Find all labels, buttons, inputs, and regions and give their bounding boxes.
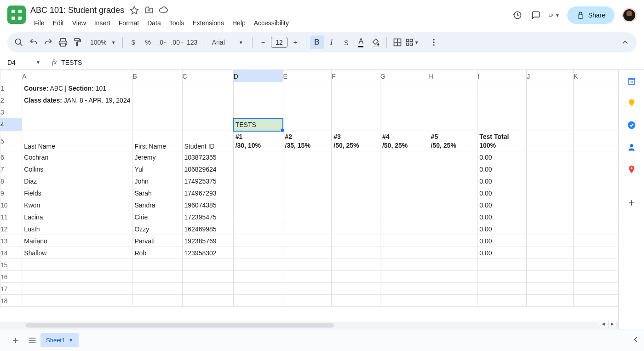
formula-input[interactable]: TESTS: [61, 59, 82, 66]
sheet-tab-sheet1[interactable]: Sheet1▼: [40, 333, 79, 347]
cell-J11[interactable]: [526, 211, 573, 223]
cell-H5[interactable]: #5/50, 25%: [429, 131, 477, 151]
horizontal-scrollbar[interactable]: [0, 322, 618, 329]
cell-F14[interactable]: [332, 247, 380, 259]
cell-A17[interactable]: [22, 283, 132, 295]
undo-icon[interactable]: [27, 35, 40, 49]
star-icon[interactable]: [130, 6, 139, 15]
row-header-3[interactable]: 3: [0, 106, 22, 118]
document-title[interactable]: ABC 101: Student grades: [30, 6, 124, 15]
cell-D7[interactable]: [233, 163, 283, 175]
cell-J8[interactable]: [526, 175, 573, 187]
cell-D17[interactable]: [233, 283, 283, 295]
cell-G8[interactable]: [380, 175, 429, 187]
cell-F4[interactable]: [332, 118, 380, 131]
calendar-app-icon[interactable]: 31: [626, 75, 637, 86]
cell-D9[interactable]: [233, 187, 283, 199]
cell-E6[interactable]: [283, 151, 332, 163]
cell-B18[interactable]: [132, 295, 182, 307]
row-header-18[interactable]: 18: [0, 295, 22, 307]
row-header-10[interactable]: 10: [0, 199, 22, 211]
cell-J10[interactable]: [526, 199, 573, 211]
cell-E15[interactable]: [283, 259, 332, 271]
cell-C1[interactable]: [182, 82, 233, 94]
row-header-13[interactable]: 13: [0, 235, 22, 247]
cell-H11[interactable]: [429, 211, 477, 223]
cell-E2[interactable]: [283, 94, 332, 106]
add-sheet-button[interactable]: [7, 332, 24, 349]
cell-G18[interactable]: [380, 295, 429, 307]
format-currency-icon[interactable]: $: [126, 35, 140, 49]
strikethrough-button[interactable]: S: [339, 35, 353, 49]
cell-A6[interactable]: Cochran: [22, 151, 132, 163]
row-header-15[interactable]: 15: [0, 259, 22, 271]
cell-H17[interactable]: [429, 283, 477, 295]
cell-K15[interactable]: [573, 259, 618, 271]
spreadsheet-grid[interactable]: ABCDEFGHIJK1Course: ABC | Section: 1012C…: [0, 70, 618, 329]
cell-K1[interactable]: [573, 82, 618, 94]
cell-I13[interactable]: 0.00: [477, 235, 527, 247]
zoom-select[interactable]: 100%▼: [86, 35, 119, 49]
text-color-button[interactable]: A: [354, 35, 368, 49]
cell-J13[interactable]: [526, 235, 573, 247]
cell-E9[interactable]: [283, 187, 332, 199]
cell-C2[interactable]: [182, 94, 233, 106]
name-box[interactable]: D4▼: [4, 59, 44, 66]
cell-F12[interactable]: [332, 223, 380, 235]
cell-K4[interactable]: [573, 118, 618, 131]
cell-C4[interactable]: [182, 118, 233, 131]
cell-D2[interactable]: [233, 94, 283, 106]
col-header-B[interactable]: B: [132, 70, 182, 82]
cell-E4[interactable]: [283, 118, 332, 131]
cell-A2[interactable]: Class dates: JAN. 8 - APR. 19, 2024: [22, 94, 132, 106]
cell-C18[interactable]: [182, 295, 233, 307]
row-header-7[interactable]: 7: [0, 163, 22, 175]
cell-E10[interactable]: [283, 199, 332, 211]
cell-D11[interactable]: [233, 211, 283, 223]
collapse-toolbar-icon[interactable]: [618, 35, 632, 49]
cell-D16[interactable]: [233, 271, 283, 283]
cell-J9[interactable]: [526, 187, 573, 199]
cell-G14[interactable]: [380, 247, 429, 259]
cell-G9[interactable]: [380, 187, 429, 199]
row-header-4[interactable]: 4: [0, 118, 22, 131]
cell-H9[interactable]: [429, 187, 477, 199]
cell-F9[interactable]: [332, 187, 380, 199]
decrease-decimal-icon[interactable]: .0←: [156, 35, 170, 49]
cell-K14[interactable]: [573, 247, 618, 259]
menu-file[interactable]: File: [30, 17, 48, 29]
account-avatar[interactable]: [622, 8, 637, 23]
cell-F7[interactable]: [332, 163, 380, 175]
cell-F3[interactable]: [332, 106, 380, 118]
cell-A12[interactable]: Lusth: [22, 223, 132, 235]
cell-E12[interactable]: [283, 223, 332, 235]
cell-J2[interactable]: [526, 94, 573, 106]
col-header-J[interactable]: J: [526, 70, 573, 82]
cell-D15[interactable]: [233, 259, 283, 271]
cell-I1[interactable]: [477, 82, 527, 94]
cell-D5[interactable]: #1/30, 10%: [233, 131, 283, 151]
cell-C13[interactable]: 192385769: [182, 235, 233, 247]
tasks-app-icon[interactable]: [626, 120, 637, 131]
cell-K7[interactable]: [573, 163, 618, 175]
font-family-select[interactable]: Arial▼: [207, 35, 248, 49]
cell-B15[interactable]: [132, 259, 182, 271]
increase-decimal-icon[interactable]: .00→: [171, 35, 184, 49]
menu-edit[interactable]: Edit: [49, 17, 68, 29]
cell-G16[interactable]: [380, 271, 429, 283]
cell-F11[interactable]: [332, 211, 380, 223]
cell-B4[interactable]: [132, 118, 182, 131]
all-sheets-button[interactable]: [24, 332, 40, 349]
cell-E11[interactable]: [283, 211, 332, 223]
cell-A7[interactable]: Collins: [22, 163, 132, 175]
cell-G3[interactable]: [380, 106, 429, 118]
cell-J16[interactable]: [526, 271, 573, 283]
row-header-1[interactable]: 1: [0, 82, 22, 94]
font-size-input[interactable]: 12: [271, 37, 288, 48]
cell-F2[interactable]: [332, 94, 380, 106]
row-header-5[interactable]: 5: [0, 131, 22, 151]
format-percent-icon[interactable]: %: [141, 35, 155, 49]
row-header-14[interactable]: 14: [0, 247, 22, 259]
cell-H1[interactable]: [429, 82, 477, 94]
borders-button[interactable]: [391, 35, 404, 49]
